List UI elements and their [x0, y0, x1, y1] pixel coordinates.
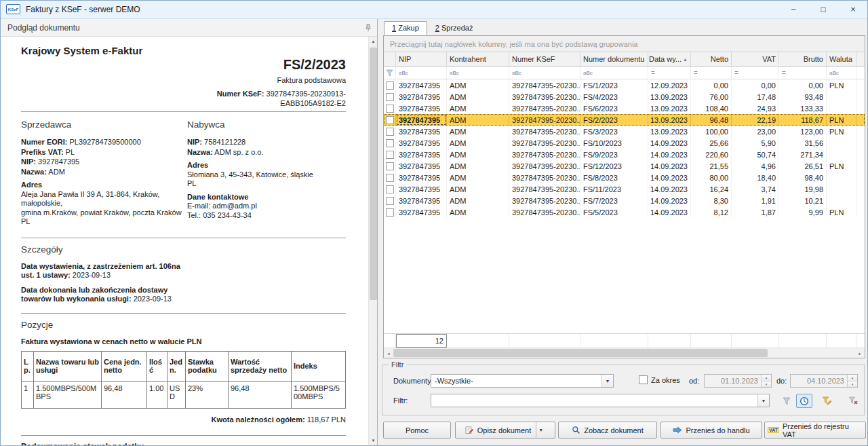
grid-cell[interactable]: ADM — [447, 114, 509, 126]
grid-cell[interactable]: 220,60 — [691, 149, 732, 160]
grid-cell[interactable]: 13.09.2023 — [648, 91, 691, 103]
scroll-down-icon[interactable]: ▼ — [369, 436, 378, 445]
filter-cell[interactable]: = — [691, 67, 732, 79]
grid-cell[interactable]: 1,91 — [732, 195, 779, 206]
tab-sprzedaz[interactable]: 2 Sprzedaż — [427, 21, 481, 35]
row-select-cell[interactable] — [384, 149, 396, 160]
row-select-cell[interactable] — [384, 114, 396, 126]
grid-cell[interactable]: PLN — [827, 126, 856, 137]
grid-cell[interactable]: FS/6/2023 — [580, 103, 648, 114]
grid-cell[interactable]: FS/11/2023 — [580, 183, 648, 195]
grid-cell[interactable]: 3,74 — [732, 183, 779, 195]
grid-cell[interactable]: 3927847395-20230... — [509, 149, 580, 160]
grid-cell[interactable]: 3927847395-20230... — [509, 103, 580, 114]
scroll-up-icon[interactable]: ▲ — [369, 37, 378, 46]
describe-document-button[interactable]: Opisz dokument ▼ — [455, 422, 555, 439]
grid-cell[interactable]: ADM — [447, 149, 509, 160]
grid-cell[interactable]: 3927847395-20230... — [509, 91, 580, 103]
grid-cell[interactable]: 3927847395 — [396, 79, 447, 91]
spin-down-icon[interactable]: ▾ — [848, 381, 857, 388]
row-checkbox[interactable] — [386, 185, 394, 193]
column-header[interactable]: Kontrahent — [447, 52, 509, 67]
grid-cell[interactable]: FS/7/2023 — [580, 195, 648, 206]
grid-cell[interactable]: 14.09.2023 — [648, 183, 691, 195]
scrollbar-thumb[interactable] — [393, 349, 768, 357]
grid-cell[interactable]: 5,90 — [732, 137, 779, 149]
grid-cell[interactable]: 123,00 — [779, 126, 827, 137]
tab-zakup[interactable]: 1 Zakup — [384, 21, 427, 35]
grid-cell[interactable]: 3927847395 — [396, 183, 447, 195]
move-to-trade-button[interactable]: Przenieś do handlu — [660, 422, 762, 439]
grid-cell[interactable]: 76,00 — [691, 91, 732, 103]
grid-cell[interactable]: FS/12/2023 — [580, 160, 648, 172]
grid-cell[interactable]: ADM — [447, 137, 509, 149]
grid-cell[interactable]: 98,40 — [779, 172, 827, 183]
grid-cell[interactable]: PLN — [827, 160, 856, 172]
grid-cell[interactable]: 1,87 — [732, 206, 779, 218]
grid-cell[interactable]: 3927847395-20230... — [509, 79, 580, 91]
table-row[interactable]: 3927847395ADM3927847395-20230...FS/4/202… — [384, 91, 865, 103]
grid-cell[interactable]: ADM — [447, 172, 509, 183]
grid-cell[interactable]: 3927847395 — [396, 206, 447, 218]
column-header[interactable]: Data wy...▲ — [648, 52, 691, 67]
table-row[interactable]: 3927847395ADM3927847395-20230...FS/6/202… — [384, 103, 865, 114]
row-select-cell[interactable] — [384, 91, 396, 103]
grid-cell[interactable]: 14.09.2023 — [648, 206, 691, 218]
preview-scrollbar[interactable]: ▲ ▼ — [368, 37, 377, 445]
grid-cell[interactable]: 3927847395 — [396, 137, 447, 149]
grid-cell[interactable]: 3927847395 — [396, 160, 447, 172]
grid-cell[interactable]: 14.09.2023 — [648, 172, 691, 183]
filter-cell[interactable]: aBc — [396, 67, 447, 79]
filter-cell[interactable]: = — [648, 67, 691, 79]
grid-cell[interactable]: 80,00 — [691, 172, 732, 183]
grid-cell[interactable]: 13.09.2023 — [648, 103, 691, 114]
column-header[interactable]: NIP — [396, 52, 447, 67]
grid-cell[interactable]: 3927847395-20230... — [509, 126, 580, 137]
grid-cell[interactable]: FS/10/2023 — [580, 137, 648, 149]
checkbox-icon[interactable] — [639, 375, 648, 384]
row-checkbox[interactable] — [386, 139, 394, 147]
row-select-cell[interactable] — [384, 172, 396, 183]
grid-cell[interactable] — [827, 195, 856, 206]
grid-cell[interactable]: 4,96 — [732, 160, 779, 172]
grid-cell[interactable]: 10,21 — [779, 195, 827, 206]
grid-cell[interactable] — [827, 103, 856, 114]
row-select-cell[interactable] — [384, 137, 396, 149]
grid-cell[interactable]: PLN — [827, 114, 856, 126]
grid-cell[interactable]: 14.09.2023 — [648, 195, 691, 206]
grid-cell[interactable]: 14.09.2023 — [648, 137, 691, 149]
filter-row-funnel[interactable] — [384, 67, 396, 79]
table-row[interactable]: 3927847395ADM3927847395-20230...FS/2/202… — [384, 114, 865, 126]
grid-cell[interactable]: 25,66 — [691, 137, 732, 149]
table-row[interactable]: 3927847395ADM3927847395-20230...FS/9/202… — [384, 149, 865, 160]
grid-cell[interactable]: 16,24 — [691, 183, 732, 195]
filter-cell[interactable]: aBc — [580, 67, 648, 79]
filter-cell[interactable]: aBc — [509, 67, 580, 79]
grid-cell[interactable]: 23,00 — [732, 126, 779, 137]
grid-cell[interactable]: ADM — [447, 195, 509, 206]
grid-cell[interactable] — [827, 137, 856, 149]
column-header[interactable]: VAT — [732, 52, 779, 67]
grid-cell[interactable]: 133,33 — [779, 103, 827, 114]
filter-cell[interactable]: aBc — [827, 67, 856, 79]
grid-cell[interactable]: ADM — [447, 91, 509, 103]
table-row[interactable]: 3927847395ADM3927847395-20230...FS/5/202… — [384, 206, 865, 218]
spin-up-icon[interactable]: ▴ — [848, 375, 857, 381]
column-header[interactable]: Waluta — [827, 52, 856, 67]
grid-cell[interactable]: ADM — [447, 183, 509, 195]
grid-cell[interactable]: 18,40 — [732, 172, 779, 183]
filtr-combobox[interactable]: ▼ — [431, 394, 770, 407]
table-row[interactable]: 3927847395ADM3927847395-20230...FS/11/20… — [384, 183, 865, 195]
row-select-cell[interactable] — [384, 195, 396, 206]
row-checkbox[interactable] — [386, 116, 394, 124]
grid-cell[interactable]: ADM — [447, 160, 509, 172]
grid-cell[interactable]: 31,56 — [779, 137, 827, 149]
row-checkbox[interactable] — [386, 197, 394, 205]
grid-cell[interactable]: 50,74 — [732, 149, 779, 160]
grid-cell[interactable]: FS/1/2023 — [580, 79, 648, 91]
grid-cell[interactable]: 100,00 — [691, 126, 732, 137]
row-select-cell[interactable] — [384, 183, 396, 195]
grid-cell[interactable]: 3927847395-20230... — [509, 137, 580, 149]
grid-cell[interactable]: ADM — [447, 206, 509, 218]
close-button[interactable]: × — [838, 0, 868, 18]
